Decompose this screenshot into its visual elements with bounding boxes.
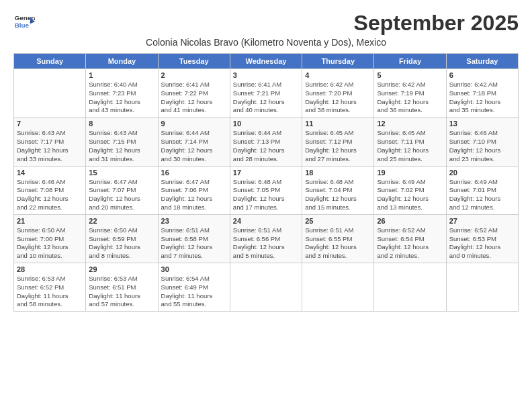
day-info: Sunrise: 6:44 AMSunset: 7:14 PMDaylight:… bbox=[161, 129, 227, 163]
day-info: Sunrise: 6:42 AMSunset: 7:19 PMDaylight:… bbox=[377, 81, 443, 115]
day-info: Sunrise: 6:48 AMSunset: 7:05 PMDaylight:… bbox=[233, 178, 299, 212]
week-row-5: 28Sunrise: 6:53 AMSunset: 6:52 PMDayligh… bbox=[14, 263, 519, 312]
day-info: Sunrise: 6:45 AMSunset: 7:11 PMDaylight:… bbox=[377, 129, 443, 163]
page-header: General Blue September 2025 bbox=[13, 11, 519, 36]
calendar-cell: 23Sunrise: 6:51 AMSunset: 6:58 PMDayligh… bbox=[158, 214, 230, 263]
day-info: Sunrise: 6:44 AMSunset: 7:13 PMDaylight:… bbox=[233, 129, 299, 163]
day-info: Sunrise: 6:46 AMSunset: 7:08 PMDaylight:… bbox=[17, 178, 83, 212]
day-info: Sunrise: 6:41 AMSunset: 7:22 PMDaylight:… bbox=[161, 81, 227, 115]
day-info: Sunrise: 6:43 AMSunset: 7:15 PMDaylight:… bbox=[89, 129, 154, 163]
day-number: 19 bbox=[377, 169, 443, 177]
day-number: 22 bbox=[89, 217, 154, 225]
calendar-cell bbox=[302, 263, 374, 312]
calendar-cell: 16Sunrise: 6:47 AMSunset: 7:06 PMDayligh… bbox=[158, 166, 230, 214]
day-number: 28 bbox=[17, 265, 83, 273]
calendar-cell: 19Sunrise: 6:49 AMSunset: 7:02 PMDayligh… bbox=[374, 166, 446, 214]
day-header-wednesday: Wednesday bbox=[230, 54, 302, 69]
calendar-cell: 28Sunrise: 6:53 AMSunset: 6:52 PMDayligh… bbox=[14, 263, 86, 312]
calendar-cell: 21Sunrise: 6:50 AMSunset: 7:00 PMDayligh… bbox=[14, 214, 86, 263]
calendar-cell: 20Sunrise: 6:49 AMSunset: 7:01 PMDayligh… bbox=[446, 166, 518, 214]
day-info: Sunrise: 6:42 AMSunset: 7:18 PMDaylight:… bbox=[449, 81, 515, 115]
day-number: 21 bbox=[17, 217, 83, 225]
calendar-cell: 6Sunrise: 6:42 AMSunset: 7:18 PMDaylight… bbox=[446, 69, 518, 118]
calendar-cell: 12Sunrise: 6:45 AMSunset: 7:11 PMDayligh… bbox=[374, 118, 446, 166]
calendar-cell: 11Sunrise: 6:45 AMSunset: 7:12 PMDayligh… bbox=[302, 118, 374, 166]
day-info: Sunrise: 6:40 AMSunset: 7:23 PMDaylight:… bbox=[89, 81, 154, 115]
calendar-cell: 9Sunrise: 6:44 AMSunset: 7:14 PMDaylight… bbox=[158, 118, 230, 166]
day-number: 3 bbox=[233, 71, 299, 79]
day-number: 29 bbox=[89, 265, 154, 273]
day-header-tuesday: Tuesday bbox=[158, 54, 230, 69]
calendar-cell: 10Sunrise: 6:44 AMSunset: 7:13 PMDayligh… bbox=[230, 118, 302, 166]
day-number: 7 bbox=[17, 120, 83, 128]
calendar-cell bbox=[230, 263, 302, 312]
logo-icon: General Blue bbox=[13, 11, 35, 32]
page-title: September 2025 bbox=[354, 11, 519, 36]
day-info: Sunrise: 6:50 AMSunset: 7:00 PMDaylight:… bbox=[17, 226, 83, 261]
day-info: Sunrise: 6:48 AMSunset: 7:04 PMDaylight:… bbox=[305, 178, 371, 212]
day-info: Sunrise: 6:49 AMSunset: 7:02 PMDaylight:… bbox=[377, 178, 443, 212]
day-number: 14 bbox=[17, 169, 83, 177]
day-info: Sunrise: 6:45 AMSunset: 7:12 PMDaylight:… bbox=[305, 129, 371, 163]
day-info: Sunrise: 6:49 AMSunset: 7:01 PMDaylight:… bbox=[449, 178, 515, 212]
day-number: 13 bbox=[449, 120, 515, 128]
week-row-3: 14Sunrise: 6:46 AMSunset: 7:08 PMDayligh… bbox=[14, 166, 519, 214]
day-info: Sunrise: 6:41 AMSunset: 7:21 PMDaylight:… bbox=[233, 81, 299, 115]
calendar-cell: 7Sunrise: 6:43 AMSunset: 7:17 PMDaylight… bbox=[14, 118, 86, 166]
day-number: 23 bbox=[161, 217, 227, 225]
day-info: Sunrise: 6:53 AMSunset: 6:52 PMDaylight:… bbox=[17, 275, 83, 309]
day-header-saturday: Saturday bbox=[446, 54, 518, 69]
day-number: 9 bbox=[161, 120, 227, 128]
calendar-header-row: SundayMondayTuesdayWednesdayThursdayFrid… bbox=[14, 54, 519, 69]
calendar-cell: 14Sunrise: 6:46 AMSunset: 7:08 PMDayligh… bbox=[14, 166, 86, 214]
day-number: 26 bbox=[377, 217, 443, 225]
calendar-cell: 2Sunrise: 6:41 AMSunset: 7:22 PMDaylight… bbox=[158, 69, 230, 118]
day-info: Sunrise: 6:43 AMSunset: 7:17 PMDaylight:… bbox=[17, 129, 83, 163]
calendar-cell: 1Sunrise: 6:40 AMSunset: 7:23 PMDaylight… bbox=[86, 69, 158, 118]
day-number: 27 bbox=[449, 217, 515, 225]
day-info: Sunrise: 6:52 AMSunset: 6:53 PMDaylight:… bbox=[449, 226, 515, 261]
day-info: Sunrise: 6:54 AMSunset: 6:49 PMDaylight:… bbox=[161, 275, 227, 309]
day-number: 17 bbox=[233, 169, 299, 177]
week-row-4: 21Sunrise: 6:50 AMSunset: 7:00 PMDayligh… bbox=[14, 214, 519, 263]
day-number: 24 bbox=[233, 217, 299, 225]
logo: General Blue bbox=[13, 11, 35, 32]
day-number: 12 bbox=[377, 120, 443, 128]
day-number: 20 bbox=[449, 169, 515, 177]
day-number: 11 bbox=[305, 120, 371, 128]
calendar-cell: 17Sunrise: 6:48 AMSunset: 7:05 PMDayligh… bbox=[230, 166, 302, 214]
day-header-friday: Friday bbox=[374, 54, 446, 69]
day-number: 30 bbox=[161, 265, 227, 273]
week-row-2: 7Sunrise: 6:43 AMSunset: 7:17 PMDaylight… bbox=[14, 118, 519, 166]
day-info: Sunrise: 6:42 AMSunset: 7:20 PMDaylight:… bbox=[305, 81, 371, 115]
calendar-cell: 27Sunrise: 6:52 AMSunset: 6:53 PMDayligh… bbox=[446, 214, 518, 263]
calendar-cell: 18Sunrise: 6:48 AMSunset: 7:04 PMDayligh… bbox=[302, 166, 374, 214]
day-header-monday: Monday bbox=[86, 54, 158, 69]
day-header-sunday: Sunday bbox=[14, 54, 86, 69]
day-number: 18 bbox=[305, 169, 371, 177]
day-header-thursday: Thursday bbox=[302, 54, 374, 69]
day-number: 10 bbox=[233, 120, 299, 128]
day-info: Sunrise: 6:47 AMSunset: 7:07 PMDaylight:… bbox=[89, 178, 154, 212]
day-number: 5 bbox=[377, 71, 443, 79]
day-number: 6 bbox=[449, 71, 515, 79]
svg-text:Blue: Blue bbox=[15, 21, 30, 29]
calendar-cell: 26Sunrise: 6:52 AMSunset: 6:54 PMDayligh… bbox=[374, 214, 446, 263]
calendar-cell: 4Sunrise: 6:42 AMSunset: 7:20 PMDaylight… bbox=[302, 69, 374, 118]
day-number: 15 bbox=[89, 169, 154, 177]
calendar-cell: 22Sunrise: 6:50 AMSunset: 6:59 PMDayligh… bbox=[86, 214, 158, 263]
calendar-cell bbox=[446, 263, 518, 312]
calendar-cell: 30Sunrise: 6:54 AMSunset: 6:49 PMDayligh… bbox=[158, 263, 230, 312]
day-info: Sunrise: 6:52 AMSunset: 6:54 PMDaylight:… bbox=[377, 226, 443, 261]
day-info: Sunrise: 6:47 AMSunset: 7:06 PMDaylight:… bbox=[161, 178, 227, 212]
calendar-cell: 3Sunrise: 6:41 AMSunset: 7:21 PMDaylight… bbox=[230, 69, 302, 118]
day-info: Sunrise: 6:51 AMSunset: 6:58 PMDaylight:… bbox=[161, 226, 227, 261]
calendar-cell: 25Sunrise: 6:51 AMSunset: 6:55 PMDayligh… bbox=[302, 214, 374, 263]
week-row-1: 1Sunrise: 6:40 AMSunset: 7:23 PMDaylight… bbox=[14, 69, 519, 118]
day-number: 2 bbox=[161, 71, 227, 79]
calendar-cell bbox=[14, 69, 86, 118]
day-info: Sunrise: 6:50 AMSunset: 6:59 PMDaylight:… bbox=[89, 226, 154, 261]
calendar-cell: 24Sunrise: 6:51 AMSunset: 6:56 PMDayligh… bbox=[230, 214, 302, 263]
day-info: Sunrise: 6:51 AMSunset: 6:56 PMDaylight:… bbox=[233, 226, 299, 261]
calendar-cell: 8Sunrise: 6:43 AMSunset: 7:15 PMDaylight… bbox=[86, 118, 158, 166]
